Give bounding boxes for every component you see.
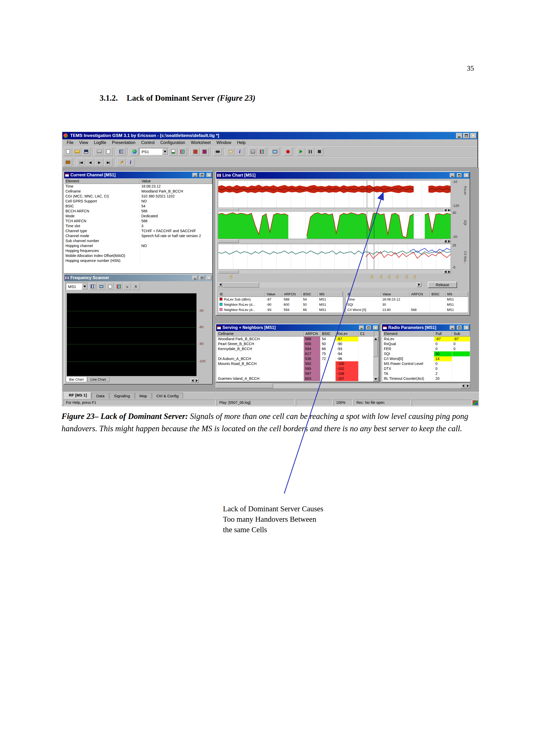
- collapse-up-button[interactable]: ∧: [132, 283, 140, 290]
- legend-row[interactable]: SQI 30 MS1: [346, 302, 468, 307]
- column-header[interactable]: MS: [445, 292, 468, 297]
- cell-define-button[interactable]: [200, 148, 209, 156]
- vertical-scrollbar[interactable]: [373, 337, 378, 381]
- scroll-right-icon[interactable]: [417, 282, 421, 287]
- current-channel-title-bar[interactable]: Current Channel [MS1] ×: [64, 172, 212, 178]
- equipment-icon[interactable]: [130, 148, 139, 156]
- table-row[interactable]: SQI 30: [383, 351, 470, 356]
- scroll-left-icon[interactable]: [191, 379, 194, 383]
- menu-item[interactable]: File: [64, 140, 76, 146]
- table-row[interactable]: 595 -102: [217, 366, 374, 371]
- minimize-button[interactable]: [192, 173, 197, 177]
- open-logfile-button[interactable]: [169, 148, 178, 156]
- menu-item[interactable]: Presentation: [109, 140, 138, 146]
- scroll-left-icon[interactable]: [461, 384, 466, 388]
- legend-row[interactable]: RxLev Sub (dBm) -87 588 54 MS1: [218, 297, 343, 302]
- logfile-info-button[interactable]: i: [126, 158, 135, 166]
- column-header[interactable]: C1: [359, 331, 374, 337]
- strip-scrollbar[interactable]: [218, 270, 451, 273]
- close-button[interactable]: ×: [470, 133, 476, 139]
- report-button[interactable]: [117, 148, 126, 156]
- maximize-button[interactable]: [199, 276, 204, 280]
- table-row[interactable]: TA 2: [383, 371, 470, 376]
- play-button[interactable]: [297, 148, 305, 156]
- radio-parameters-title-bar[interactable]: Radio Parameters [MS1] ×: [382, 324, 470, 331]
- table-row[interactable]: Hopping frequencies: [64, 248, 212, 253]
- hand-marker-icon[interactable]: ☝: [413, 274, 417, 280]
- table-row[interactable]: Guemes Island_A_BCCH 603 -107: [217, 376, 374, 381]
- column-header[interactable]: Value: [140, 178, 212, 184]
- ms-select[interactable]: MS1: [66, 283, 88, 290]
- legend-row[interactable]: Neighbor RxLev (d... -93 594 66 MS1: [218, 307, 343, 312]
- scanner-tab[interactable]: Line Chart: [87, 377, 110, 382]
- menu-item[interactable]: Logfile: [91, 140, 109, 146]
- column-header[interactable]: ARFCN: [410, 292, 430, 297]
- table-row[interactable]: DTX 0: [383, 366, 470, 371]
- table-row[interactable]: Dt Auburn_A_BCCH 536 72 -96: [217, 356, 374, 361]
- scroll-right-icon[interactable]: [447, 239, 451, 243]
- pane-horizontal-scrollbar[interactable]: [216, 384, 470, 388]
- column-header[interactable]: Sub: [452, 331, 470, 337]
- grid-toggle-button[interactable]: [97, 283, 105, 290]
- table-row[interactable]: Mounts Road_B_BCCH 592 -100: [217, 361, 374, 366]
- minimize-button[interactable]: [192, 276, 197, 280]
- column-header[interactable]: Element: [383, 331, 434, 337]
- hand-marker-icon[interactable]: ☝: [388, 274, 391, 280]
- column-header[interactable]: Full: [434, 331, 452, 337]
- column-header[interactable]: IE: [346, 292, 381, 297]
- table-row[interactable]: Sub channel number: [64, 238, 212, 243]
- table-row[interactable]: FER 0 0: [383, 346, 470, 351]
- close-button[interactable]: ×: [207, 173, 212, 177]
- maximize-button[interactable]: [199, 173, 204, 177]
- table-row[interactable]: Cell GPRS Support NO: [64, 199, 212, 204]
- column-header[interactable]: ARFCN: [282, 292, 302, 297]
- hand-marker-icon[interactable]: ☝: [405, 274, 408, 280]
- close-button[interactable]: ×: [207, 276, 212, 280]
- table-row[interactable]: RL Timeout Counter(Max) 20: [383, 381, 470, 382]
- chevron-down-icon[interactable]: [162, 148, 168, 155]
- table-row[interactable]: Mobile Allocation Index Offset(MAIO): [64, 253, 212, 258]
- minimize-button[interactable]: [450, 173, 455, 177]
- restore-button[interactable]: [463, 133, 469, 139]
- step-forward-button[interactable]: ▶: [95, 158, 104, 166]
- table-row[interactable]: TCH ARFCN 588: [64, 219, 212, 224]
- legend-row[interactable]: Neighbor RxLev (d... -90 600 50 MS1: [218, 302, 343, 307]
- table-row[interactable]: BSIC 54: [64, 204, 212, 209]
- menu-item[interactable]: Help: [234, 140, 248, 146]
- scroll-down-icon[interactable]: [373, 377, 378, 381]
- collapse-left-button[interactable]: «: [123, 283, 131, 290]
- close-button[interactable]: ×: [464, 326, 469, 330]
- frequency-scanner-chart[interactable]: -40 -60 -80 -100: [67, 293, 211, 376]
- close-button[interactable]: ×: [464, 173, 469, 177]
- column-header[interactable]: RxLev: [336, 331, 359, 337]
- table-row[interactable]: Pearl Street_B_BCCH 600 50 -90: [217, 341, 374, 346]
- menu-item[interactable]: Control: [138, 140, 158, 146]
- logfile-icon-button[interactable]: [64, 158, 72, 166]
- frequency-scanner-title-bar[interactable]: Frequency Scanner ×: [64, 274, 212, 281]
- scroll-right-icon[interactable]: [466, 384, 470, 388]
- table-row[interactable]: Kennydale_B_BCCH 594 66 -93: [217, 346, 374, 351]
- minimize-button[interactable]: [456, 133, 462, 139]
- legend-row[interactable]: C/I Worst [0] 13.80 588 MS1: [346, 307, 468, 312]
- release-button[interactable]: Release: [428, 282, 457, 288]
- go-to-start-button[interactable]: |◀: [77, 158, 85, 166]
- table-row[interactable]: Woodland Park_B_BCCH 588 54 -87: [217, 337, 374, 341]
- column-header[interactable]: IE: [218, 292, 265, 297]
- scroll-up-icon[interactable]: [373, 337, 378, 341]
- worksheet-tab[interactable]: RF [MS 1]: [64, 392, 91, 399]
- maximize-button[interactable]: [457, 326, 462, 330]
- marker-pen-button[interactable]: [117, 158, 126, 166]
- scanner-plot-area[interactable]: [67, 293, 197, 376]
- table-row[interactable]: Channel mode Speech full rate or half ra…: [64, 233, 212, 238]
- scroll-right-icon[interactable]: [447, 270, 451, 273]
- legend-toggle-button[interactable]: [106, 283, 114, 290]
- column-header[interactable]: BSIC: [430, 292, 445, 297]
- menu-item[interactable]: Configuration: [158, 140, 188, 146]
- table-row[interactable]: Hopping channel NO: [64, 243, 212, 248]
- hand-marker-icon[interactable]: ☝: [379, 274, 383, 280]
- table-row[interactable]: Hopping sequence number (HSN): [64, 258, 212, 263]
- serving-neighbors-title-bar[interactable]: Serving + Neighbors [MS1] ×: [216, 324, 379, 331]
- scroll-right-icon[interactable]: [194, 379, 199, 383]
- scan-button[interactable]: [258, 148, 266, 156]
- minimize-button[interactable]: [359, 326, 364, 330]
